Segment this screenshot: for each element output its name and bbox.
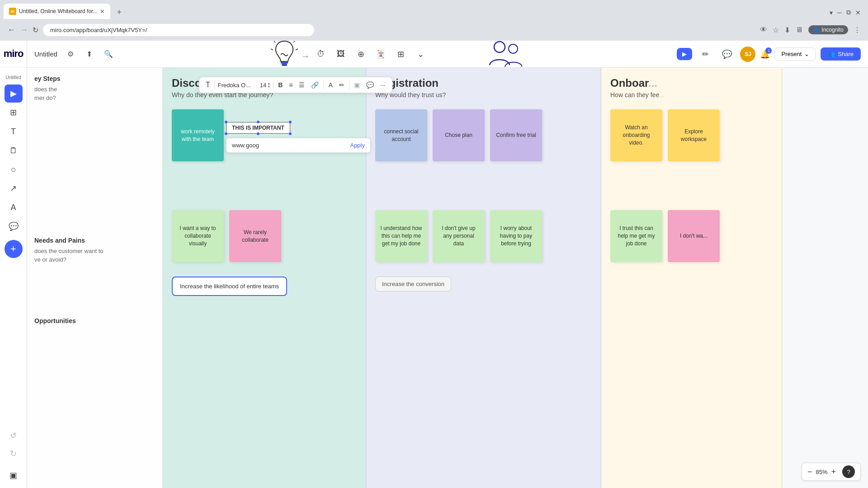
sticky-confirm-trial[interactable]: Confirm free trial — [490, 109, 542, 161]
sticky-no-time[interactable]: I don't wa... — [668, 210, 720, 262]
sticky-connect-social[interactable]: connect social account — [375, 109, 427, 161]
toolbar-sep1 — [215, 80, 215, 89]
registration-header: Registration — [366, 68, 601, 91]
journey-steps-label: ey Steps — [34, 75, 155, 82]
tool-text2[interactable]: A — [5, 198, 23, 216]
pen-tool-btn[interactable]: ✏ — [697, 46, 714, 63]
help-btn[interactable]: ? — [842, 465, 855, 478]
share-btn[interactable]: 👥 Share — [821, 47, 861, 61]
sticky-no-personal[interactable]: I don't give up any personal data — [433, 210, 485, 262]
topbar-tool-table[interactable]: ⊞ — [392, 46, 409, 63]
apply-button[interactable]: Apply — [350, 142, 365, 149]
reload-button[interactable]: ↻ — [33, 26, 38, 34]
board-content[interactable]: T Fredoka O... 14 ▲▼ B ≡ ☰ 🔗 — [163, 68, 868, 488]
topbar-tool-capture[interactable]: ⊕ — [352, 46, 369, 63]
miro-logo[interactable]: miro — [0, 41, 27, 67]
toolbar-sep5 — [349, 80, 349, 89]
notification-btn[interactable]: 🔔 1 — [760, 49, 770, 59]
avoid-text: ve or avoid? — [34, 256, 155, 263]
opp-box-2[interactable]: Increase the conversion — [375, 277, 451, 291]
topbar-tool-timer[interactable]: ⏱ — [312, 46, 330, 63]
canvas-area[interactable]: ey Steps does the mer do? Needs and Pain… — [27, 68, 868, 488]
journey-steps-section: ey Steps does the mer do? — [34, 75, 155, 101]
important-label-element[interactable]: THIS IS IMPORTANT — [226, 122, 290, 134]
window-controls: ▾ ─ ⧉ ✕ — [830, 9, 868, 19]
bg-color-btn[interactable]: ▣ — [352, 80, 362, 89]
tool-sticky[interactable]: 🗒 — [5, 141, 23, 160]
tab-close-icon[interactable]: ✕ — [100, 8, 105, 15]
left-info-panel: ey Steps does the mer do? Needs and Pain… — [27, 68, 163, 488]
highlight-btn[interactable]: ✏ — [337, 80, 346, 89]
tool-text[interactable]: T — [5, 122, 23, 141]
more-icon[interactable]: ⋮ — [854, 26, 861, 34]
back-button[interactable]: ← — [7, 25, 15, 35]
zoom-in-btn[interactable]: + — [831, 467, 836, 477]
tool-undo[interactable]: ↺ — [5, 427, 23, 445]
profile-area[interactable]: 👤 Incognito — [808, 25, 848, 34]
arrow-right-icon: → — [301, 51, 310, 61]
topbar-tool-frames[interactable]: 🖼 — [332, 46, 349, 63]
tool-add[interactable]: + — [5, 240, 23, 258]
opp-box-1[interactable]: Increase the likelihood of entire teams — [172, 277, 287, 296]
search-icon[interactable]: 🔍 — [101, 47, 116, 62]
left-toolbar: miro Untitled ▶ ⊞ T 🗒 ○ ↗ A 💬 + — [0, 41, 27, 488]
text-color-btn[interactable]: A — [326, 80, 334, 89]
window-close-icon[interactable]: ✕ — [855, 9, 861, 16]
onboarding-column: Onboar... How can they fee... Watch an o… — [601, 68, 782, 488]
window-min-icon[interactable]: ─ — [837, 9, 842, 16]
font-name-label[interactable]: Fredoka O... — [218, 82, 254, 89]
desktop-icon[interactable]: 🖥 — [796, 26, 803, 34]
bold-btn[interactable]: B — [276, 80, 284, 89]
opportunities-section-left: Opportunities — [34, 317, 155, 324]
comment-btn[interactable]: 💬 — [364, 80, 376, 89]
text-format-toolbar: T Fredoka O... 14 ▲▼ B ≡ ☰ 🔗 — [199, 77, 392, 93]
link-btn[interactable]: 🔗 — [309, 80, 321, 89]
cursor-tool-btn[interactable]: ▶ — [677, 48, 692, 60]
tool-redo[interactable]: ↻ — [5, 445, 23, 463]
topbar-tool-cards[interactable]: 🃏 — [372, 46, 389, 63]
avatar-btn[interactable]: SJ — [740, 47, 755, 62]
present-btn[interactable]: Present ⌄ — [774, 47, 816, 61]
star-icon[interactable]: ☆ — [773, 26, 779, 34]
list-btn[interactable]: ☰ — [297, 80, 307, 89]
important-text: THIS IS IMPORTANT — [232, 125, 284, 131]
topbar-tool-more[interactable]: ⌄ — [412, 46, 429, 63]
tool-cursor[interactable]: ▶ — [5, 84, 23, 103]
text-format-icon[interactable]: T — [204, 80, 212, 90]
export-icon[interactable]: ⬆ — [82, 47, 97, 62]
sticky-chose-plan[interactable]: Chose plan — [433, 109, 485, 161]
toolbar-sep3 — [273, 80, 274, 89]
sticky-understand-job[interactable]: I understand how this can help me get my… — [375, 210, 427, 262]
sticky-trust-job[interactable]: I trust this can help me get my job done — [610, 210, 662, 262]
zoom-controls: − 85% + ? — [802, 463, 861, 481]
new-tab-button[interactable]: + — [112, 6, 126, 19]
tool-circle[interactable]: ○ — [5, 160, 23, 178]
zoom-out-btn[interactable]: − — [807, 467, 812, 477]
tool-comment[interactable]: 💬 — [5, 217, 23, 235]
download-icon[interactable]: ⬇ — [784, 26, 790, 34]
comment-tool-btn[interactable]: 💬 — [718, 46, 736, 63]
link-input-field[interactable] — [232, 142, 346, 149]
more-options-btn[interactable]: ··· — [378, 80, 387, 89]
discovery-needs: I want a way to collaborate visually We … — [163, 165, 366, 266]
font-size-control[interactable]: 14 ▲▼ — [260, 82, 270, 89]
tool-grid[interactable]: ⊞ — [5, 103, 23, 122]
window-max-icon[interactable]: ⧉ — [846, 9, 851, 16]
align-btn[interactable]: ≡ — [287, 80, 294, 89]
tool-arrow[interactable]: ↗ — [5, 179, 23, 197]
sticky-work-remote[interactable]: work remotely with the team — [172, 109, 224, 161]
sticky-worry-pay[interactable]: I worry about having to pay before tryin… — [490, 210, 542, 262]
cursor-icon: ▶ — [682, 51, 687, 57]
svg-rect-6 — [282, 64, 287, 66]
sticky-rarely-collaborate[interactable]: We rarely collaborate — [229, 210, 281, 262]
browser-tab[interactable]: m Untitled, Online Whiteboard for... ✕ — [4, 4, 110, 19]
sticky-want-collaborate[interactable]: I want a way to collaborate visually — [172, 210, 224, 262]
registration-column: Registration Why would they trust us? co… — [366, 68, 601, 488]
forward-button[interactable]: → — [20, 25, 28, 35]
sticky-watch-video[interactable]: Watch an onboarding video. — [610, 109, 662, 161]
sticky-explore-workspace[interactable]: Explore workspace — [668, 109, 720, 161]
tool-frame[interactable]: ▣ — [5, 466, 23, 484]
minimize-icon[interactable]: ▾ — [830, 9, 833, 16]
tab-title: Untitled, Online Whiteboard for... — [19, 8, 97, 14]
settings-icon[interactable]: ⚙ — [63, 47, 78, 62]
